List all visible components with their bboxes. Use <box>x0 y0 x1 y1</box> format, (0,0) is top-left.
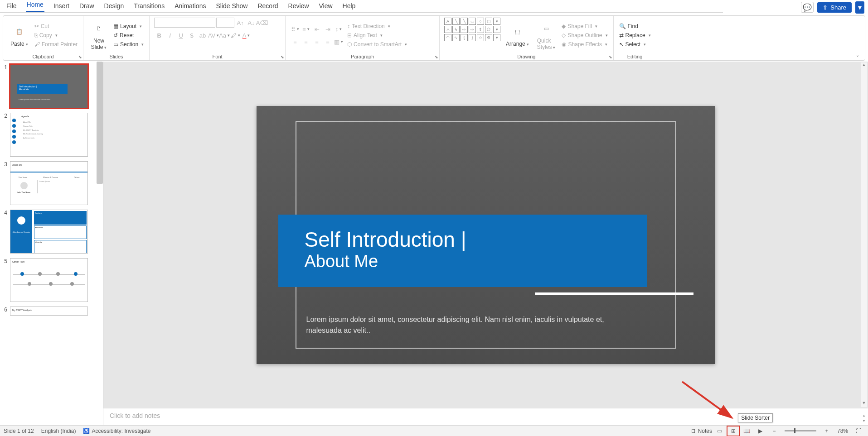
title-block[interactable]: Self Introduction | About Me <box>278 215 647 287</box>
increase-font-button[interactable]: A↑ <box>235 18 245 28</box>
align-text-button[interactable]: ⊟Align Text <box>346 31 408 39</box>
shape-brace-r[interactable]: } <box>469 34 476 41</box>
shape-line2[interactable]: ╲ <box>461 18 468 25</box>
zoom-level[interactable]: 78% <box>834 428 851 434</box>
shape-more-row2[interactable]: ▾ <box>493 26 500 33</box>
align-left-button[interactable]: ≡ <box>290 37 300 47</box>
thumb-scrollbar[interactable] <box>97 62 103 184</box>
reset-button[interactable]: ↺Reset <box>112 31 145 39</box>
shape-star[interactable]: ☆ <box>477 34 484 41</box>
layout-button[interactable]: ▦Layout <box>112 22 145 30</box>
shape-more-row1[interactable]: ▾ <box>493 18 500 25</box>
font-color-button[interactable]: A <box>241 30 251 40</box>
font-name-input[interactable] <box>154 18 215 28</box>
shape-outline-button[interactable]: ◇Shape Outline <box>561 31 608 39</box>
decrease-font-button[interactable]: A↓ <box>246 18 256 28</box>
zoom-out-button[interactable]: − <box>768 426 780 436</box>
scroll-down[interactable]: ▼ <box>861 401 867 407</box>
bold-button[interactable]: B <box>154 30 164 40</box>
arrange-button[interactable]: ⬚ Arrange <box>503 18 532 53</box>
shape-fill-button[interactable]: ◆Shape Fill <box>561 22 608 30</box>
char-spacing-button[interactable]: AV <box>209 30 218 40</box>
tab-draw[interactable]: Draw <box>78 0 95 12</box>
underline-button[interactable]: U <box>176 30 186 40</box>
shape-gear[interactable]: ⚙ <box>485 34 492 41</box>
tab-insert[interactable]: Insert <box>53 0 70 12</box>
select-button[interactable]: ↖Select <box>618 40 652 48</box>
copy-button[interactable]: ⎘Copy <box>34 31 78 39</box>
shadow-button[interactable]: ab <box>198 30 208 40</box>
font-size-input[interactable] <box>216 18 234 28</box>
find-button[interactable]: 🔍Find <box>618 22 652 30</box>
shape-connector[interactable]: ↳ <box>452 26 460 33</box>
change-case-button[interactable]: Aa <box>219 30 229 40</box>
comments-button[interactable]: 💬 <box>801 2 814 13</box>
tab-slideshow[interactable]: Slide Show <box>215 0 248 12</box>
prev-slide-button[interactable]: ▴ <box>861 413 867 419</box>
justify-button[interactable]: ≡ <box>323 37 333 47</box>
section-button[interactable]: ▭Section <box>112 40 145 48</box>
new-slide-button[interactable]: 🗋 New Slide <box>88 18 110 53</box>
shape-arrow1[interactable]: ⇨ <box>461 26 468 33</box>
quick-styles-button[interactable]: ▭ Quick Styles <box>534 18 558 53</box>
tab-review[interactable]: Review <box>287 0 310 12</box>
clear-formatting-button[interactable]: A⌫ <box>257 18 267 28</box>
font-launcher[interactable]: ⬊ <box>281 55 284 59</box>
slideshow-view-button[interactable]: ▶ <box>755 426 766 436</box>
slide-body-text[interactable]: Lorem ipsum dolor sit amet, consectetur … <box>306 314 634 336</box>
normal-view-button[interactable]: ▭ <box>714 426 726 436</box>
reading-view-button[interactable]: 📖 <box>741 426 753 436</box>
tab-view[interactable]: View <box>318 0 334 12</box>
thumbnail-4[interactable]: John Lennon Senator Contacts Education I… <box>10 210 88 254</box>
numbering-button[interactable]: ≡ <box>301 24 311 34</box>
increase-indent-button[interactable]: ⇥ <box>323 24 333 34</box>
tab-home[interactable]: Home <box>26 0 44 12</box>
thumbnail-2[interactable]: Agenda About Me Career Path My SWOT Anal… <box>10 113 88 157</box>
shape-arrow-updown[interactable]: ⇕ <box>477 26 484 33</box>
shape-triangle[interactable]: △ <box>444 26 451 33</box>
next-slide-button[interactable]: ▾ <box>861 419 867 424</box>
scroll-up[interactable]: ▲ <box>861 62 867 69</box>
shape-rect[interactable]: ▭ <box>469 18 476 25</box>
shape-pentagon[interactable]: ⬠ <box>485 26 492 33</box>
cut-button[interactable]: ✂Cut <box>34 22 78 30</box>
align-center-button[interactable]: ≡ <box>301 37 311 47</box>
notes-toggle[interactable]: 🗒Notes <box>691 428 712 434</box>
shape-oval[interactable]: ○ <box>477 18 484 25</box>
slide[interactable]: Self Introduction | About Me Lorem ipsum… <box>257 106 715 364</box>
ribbon-collapse-button[interactable]: ⌄ <box>856 53 859 57</box>
fit-to-window-button[interactable]: ⛶ <box>853 426 864 436</box>
shape-text-box[interactable]: A <box>444 18 451 25</box>
tab-file[interactable]: File <box>5 0 18 12</box>
italic-button[interactable]: I <box>165 30 175 40</box>
shape-roundrect[interactable]: ▢ <box>485 18 492 25</box>
language-status[interactable]: English (India) <box>41 428 76 434</box>
paragraph-launcher[interactable]: ⬊ <box>435 55 438 59</box>
thumbnail-1[interactable]: Self Introduction |About Me Lorem ipsum … <box>10 64 88 108</box>
drawing-launcher[interactable]: ⬊ <box>609 55 612 59</box>
slide-count[interactable]: Slide 1 of 12 <box>4 428 34 434</box>
tab-transitions[interactable]: Transitions <box>133 0 165 12</box>
highlight-button[interactable]: 🖍 <box>230 30 240 40</box>
shape-curve[interactable]: ∿ <box>452 34 460 41</box>
zoom-in-button[interactable]: + <box>821 426 833 436</box>
thumbnail-3[interactable]: About Me Your NameMission & PassionPictu… <box>10 161 88 205</box>
tab-help[interactable]: Help <box>342 0 357 12</box>
clipboard-launcher[interactable]: ⬊ <box>78 55 82 59</box>
text-direction-button[interactable]: ↕Text Direction <box>346 22 408 30</box>
share-button[interactable]: ⇧Share <box>817 2 852 13</box>
tab-animations[interactable]: Animations <box>174 0 207 12</box>
shape-arrow2[interactable]: ⇨ <box>469 26 476 33</box>
thumbnail-5[interactable]: Career Path <box>10 258 88 302</box>
paste-button[interactable]: 📋 Paste <box>8 18 31 53</box>
slide-sorter-view-button[interactable]: ⊞ <box>727 426 739 436</box>
line-spacing-button[interactable]: ↕ <box>334 24 344 34</box>
replace-button[interactable]: ⇄Replace <box>618 31 652 39</box>
tab-record[interactable]: Record <box>257 0 279 12</box>
vertical-scrollbar[interactable]: ▲ ▼ <box>861 62 867 407</box>
zoom-slider[interactable] <box>785 430 816 431</box>
decrease-indent-button[interactable]: ⇤ <box>312 24 322 34</box>
shapes-gallery[interactable]: A ╲ ╲ ▭ ○ ▢ ▾ △ ↳ ⇨ ⇨ ⇕ ⬠ ▾ ◠ ∿ { } ☆ ⚙ <box>444 18 500 53</box>
accessibility-status[interactable]: ♿Accessibility: Investigate <box>83 428 150 434</box>
bullets-button[interactable]: ⠿ <box>290 24 300 34</box>
